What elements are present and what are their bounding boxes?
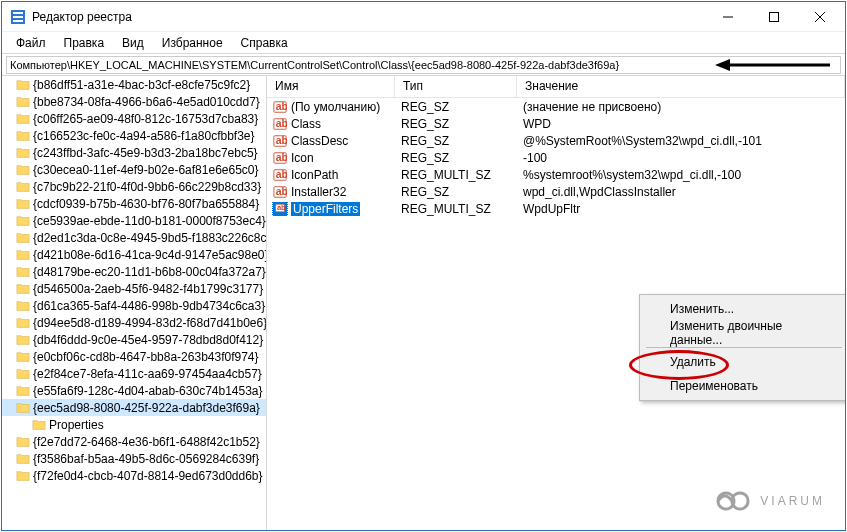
tree-item-label: {c30ecea0-11ef-4ef9-b02e-6af81e6e65c0} <box>33 163 259 177</box>
menu-edit[interactable]: Правка <box>56 34 113 52</box>
tree-item[interactable]: {c06ff265-ae09-48f0-812c-16753d7cba83} <box>2 110 266 127</box>
folder-icon <box>16 129 30 143</box>
tree-item[interactable]: {c7bc9b22-21f0-4f0d-9bb6-66c229b8cd33} <box>2 178 266 195</box>
folder-icon <box>16 180 30 194</box>
folder-icon <box>16 78 30 92</box>
value-data: -100 <box>523 151 547 165</box>
folder-icon <box>16 197 30 211</box>
list-row[interactable]: abIconPathREG_MULTI_SZ%systemroot%\syste… <box>267 166 845 183</box>
minimize-button[interactable] <box>705 2 751 32</box>
list-row[interactable]: ab(По умолчанию)REG_SZ(значение не присв… <box>267 98 845 115</box>
tree-item[interactable]: {f2e7dd72-6468-4e36-b6f1-6488f42c1b52} <box>2 433 266 450</box>
tree-pane[interactable]: {b86dff51-a31e-4bac-b3cf-e8cfe75c9fc2}{b… <box>2 76 267 530</box>
tree-item-label: {cdcf0939-b75b-4630-bf76-80f7ba655884} <box>33 197 259 211</box>
folder-icon <box>16 316 30 330</box>
list-row[interactable]: abClassDescREG_SZ@%SystemRoot%\System32\… <box>267 132 845 149</box>
ctx-delete[interactable]: Удалить <box>642 350 845 374</box>
value-type: REG_SZ <box>401 185 449 199</box>
svg-rect-3 <box>13 20 23 22</box>
value-type: REG_SZ <box>401 151 449 165</box>
string-value-icon: ab <box>273 100 287 114</box>
folder-icon <box>16 163 30 177</box>
svg-text:ab: ab <box>276 151 287 163</box>
menu-help[interactable]: Справка <box>233 34 296 52</box>
tree-item-label: {d421b08e-6d16-41ca-9c4d-9147e5ac98e0} <box>33 248 267 262</box>
registry-editor-window: Редактор реестра Файл Правка Вид Избранн… <box>1 1 846 531</box>
tree-item-label: {e55fa6f9-128c-4d04-abab-630c74b1453a} <box>33 384 263 398</box>
tree-item[interactable]: {e55fa6f9-128c-4d04-abab-630c74b1453a} <box>2 382 266 399</box>
tree-item-label: Properties <box>49 418 104 432</box>
value-data: %systemroot%\system32\wpd_ci.dll,-100 <box>523 168 741 182</box>
tree-item[interactable]: {c30ecea0-11ef-4ef9-b02e-6af81e6e65c0} <box>2 161 266 178</box>
list-body[interactable]: ab(По умолчанию)REG_SZ(значение не присв… <box>267 98 845 217</box>
tree-item-label: {db4f6ddd-9c0e-45e4-9597-78dbd8d0f412} <box>33 333 263 347</box>
tree-item[interactable]: {e0cbf06c-cd8b-4647-bb8a-263b43f0f974} <box>2 348 266 365</box>
address-input[interactable] <box>6 56 841 74</box>
close-button[interactable] <box>797 2 843 32</box>
value-name: Installer32 <box>291 185 346 199</box>
ctx-rename[interactable]: Переименовать <box>642 374 845 398</box>
svg-rect-1 <box>13 12 23 14</box>
value-data: wpd_ci.dll,WpdClassInstaller <box>523 185 676 199</box>
tree-item[interactable]: {f72fe0d4-cbcb-407d-8814-9ed673d0dd6b} <box>2 467 266 484</box>
menu-view[interactable]: Вид <box>114 34 152 52</box>
tree-item-label: {c7bc9b22-21f0-4f0d-9bb6-66c229b8cd33} <box>33 180 261 194</box>
folder-icon <box>16 231 30 245</box>
titlebar[interactable]: Редактор реестра <box>2 2 845 32</box>
maximize-button[interactable] <box>751 2 797 32</box>
list-pane: Имя Тип Значение ab(По умолчанию)REG_SZ(… <box>267 76 845 530</box>
col-type[interactable]: Тип <box>395 76 517 97</box>
value-name: IconPath <box>291 168 338 182</box>
list-row[interactable]: abUpperFiltersREG_MULTI_SZWpdUpFltr <box>267 200 845 217</box>
svg-text:ab: ab <box>276 117 287 129</box>
folder-icon <box>16 350 30 364</box>
tree-item[interactable]: {d94ee5d8-d189-4994-83d2-f68d7d41b0e6} <box>2 314 266 331</box>
tree-item[interactable]: Properties <box>2 416 266 433</box>
list-row[interactable]: abIconREG_SZ-100 <box>267 149 845 166</box>
tree-item[interactable]: {ce5939ae-ebde-11d0-b181-0000f8753ec4} <box>2 212 266 229</box>
folder-icon <box>16 384 30 398</box>
value-name: ClassDesc <box>291 134 348 148</box>
tree-item[interactable]: {cdcf0939-b75b-4630-bf76-80f7ba655884} <box>2 195 266 212</box>
tree-item[interactable]: {d421b08e-6d16-41ca-9c4d-9147e5ac98e0} <box>2 246 266 263</box>
tree-item-label: {eec5ad98-8080-425f-922a-dabf3de3f69a} <box>33 401 260 415</box>
string-value-icon: ab <box>273 151 287 165</box>
menu-file[interactable]: Файл <box>8 34 54 52</box>
value-name: UpperFilters <box>291 202 360 216</box>
tree-item[interactable]: {d2ed1c3da-0c8e-4945-9bd5-f1883c226c8c} <box>2 229 266 246</box>
tree-item-label: {d48179be-ec20-11d1-b6b8-00c04fa372a7} <box>33 265 266 279</box>
menu-favorites[interactable]: Избранное <box>154 34 231 52</box>
col-value[interactable]: Значение <box>517 76 845 97</box>
ctx-modify-binary[interactable]: Изменить двоичные данные... <box>642 321 845 345</box>
folder-icon <box>16 112 30 126</box>
value-name: Class <box>291 117 321 131</box>
col-name[interactable]: Имя <box>267 76 395 97</box>
tree-item-label: {e0cbf06c-cd8b-4647-bb8a-263b43f0f974} <box>33 350 259 364</box>
folder-icon <box>16 469 30 483</box>
svg-text:ab: ab <box>276 185 287 197</box>
value-type: REG_SZ <box>401 100 449 114</box>
tree-item[interactable]: {bbe8734-08fa-4966-b6a6-4e5ad010cdd7} <box>2 93 266 110</box>
ctx-modify[interactable]: Изменить... <box>642 297 845 321</box>
tree-item[interactable]: {e2f84ce7-8efa-411c-aa69-97454aa4cb57} <box>2 365 266 382</box>
tree-item[interactable]: {eec5ad98-8080-425f-922a-dabf3de3f69a} <box>2 399 266 416</box>
tree-item[interactable]: {d546500a-2aeb-45f6-9482-f4b1799c3177} <box>2 280 266 297</box>
folder-icon <box>16 214 30 228</box>
context-menu: Изменить... Изменить двоичные данные... … <box>639 294 845 401</box>
list-row[interactable]: abInstaller32REG_SZwpd_ci.dll,WpdClassIn… <box>267 183 845 200</box>
folder-icon <box>16 333 30 347</box>
tree-item[interactable]: {d48179be-ec20-11d1-b6b8-00c04fa372a7} <box>2 263 266 280</box>
string-value-icon: ab <box>273 168 287 182</box>
tree-item[interactable]: {d61ca365-5af4-4486-998b-9db4734c6ca3} <box>2 297 266 314</box>
svg-text:ab: ab <box>276 134 287 146</box>
tree-item[interactable]: {db4f6ddd-9c0e-45e4-9597-78dbd8d0f412} <box>2 331 266 348</box>
folder-icon <box>32 418 46 432</box>
tree-item[interactable]: {c166523c-fe0c-4a94-a586-f1a80cfbbf3e} <box>2 127 266 144</box>
folder-icon <box>16 452 30 466</box>
list-row[interactable]: abClassREG_SZWPD <box>267 115 845 132</box>
tree-item[interactable]: {f3586baf-b5aa-49b5-8d6c-0569284c639f} <box>2 450 266 467</box>
tree-item[interactable]: {b86dff51-a31e-4bac-b3cf-e8cfe75c9fc2} <box>2 76 266 93</box>
tree-item[interactable]: {c243ffbd-3afc-45e9-b3d3-2ba18bc7ebc5} <box>2 144 266 161</box>
folder-icon <box>16 248 30 262</box>
folder-icon <box>16 95 30 109</box>
